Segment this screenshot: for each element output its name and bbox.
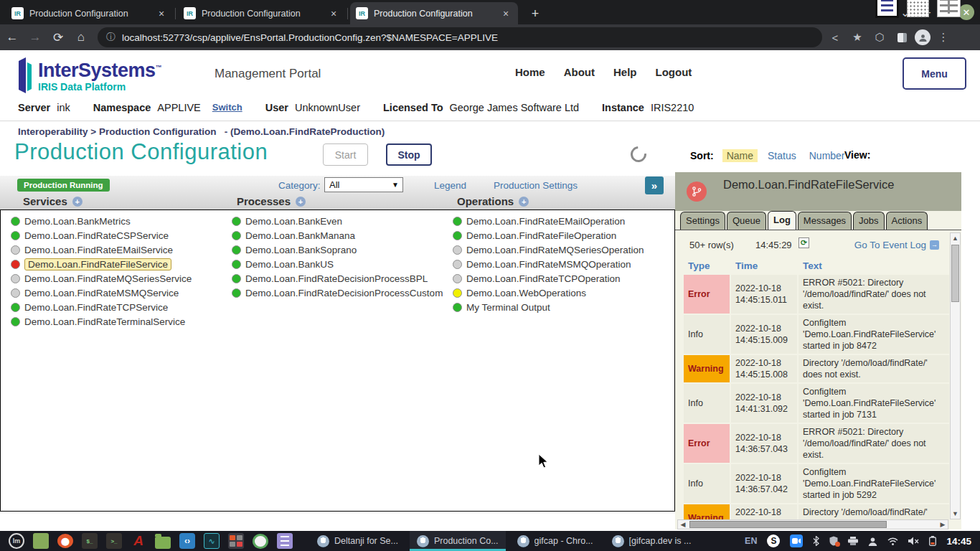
scroll-down-icon[interactable]: ▼	[951, 509, 960, 519]
production-item[interactable]: Demo.Loan.FindRateTerminalService	[11, 314, 192, 329]
taskbar-clock[interactable]: 14:45	[946, 536, 971, 547]
production-item[interactable]: Demo.Loan.BankSoprano	[232, 242, 443, 257]
production-item[interactable]: Demo.Loan.FindRateDecisionProcessBPL	[232, 271, 443, 286]
production-item[interactable]: Demo.Loan.FindRateEMailOperation	[453, 214, 644, 228]
app-red-icon[interactable]: A	[131, 533, 146, 549]
bookmark-star-icon[interactable]: ★	[848, 28, 867, 47]
browser-tab[interactable]: IRProduction Configuration×	[350, 2, 518, 24]
tab-close-icon[interactable]: ×	[499, 7, 512, 20]
production-item[interactable]: Demo.Loan.BankUS	[232, 257, 443, 271]
production-item[interactable]: Demo.Loan.FindRateDecisionProcessCustom	[232, 286, 443, 300]
forward-icon[interactable]: →	[24, 27, 46, 48]
add-service-icon[interactable]: +	[72, 197, 83, 207]
taskbar-window-button[interactable]: gifcap - Chro...	[510, 531, 600, 551]
production-item[interactable]: Demo.Loan.FindRateMSMQService	[11, 286, 192, 300]
printer-icon[interactable]	[848, 537, 858, 545]
production-item[interactable]: Demo.Loan.FindRateMQSeriesService	[11, 271, 192, 286]
panel-tab-log[interactable]: Log	[768, 211, 796, 230]
browser-tab[interactable]: IRProduction Configuration×	[178, 2, 346, 24]
production-settings-link[interactable]: Production Settings	[494, 180, 578, 191]
log-row[interactable]: Warning2022-10-18 14:45:15.008Directory …	[684, 355, 949, 382]
taskbar-window-button[interactable]: Deltanji for Se...	[310, 531, 405, 551]
panel-tab-settings[interactable]: Settings	[680, 212, 725, 230]
address-bar[interactable]: ⓘ localhost:52773/csp/applive/EnsPortal.…	[98, 27, 822, 47]
production-item[interactable]: Demo.Loan.BankManana	[232, 228, 443, 242]
log-row[interactable]: Error2022-10-18 14:45:15.011ERROR #5021:…	[684, 275, 949, 314]
back-icon[interactable]: ←	[1, 27, 23, 48]
go-to-event-log-link[interactable]: Go To Event Log	[854, 240, 926, 250]
window-close-icon[interactable]: ✕	[958, 4, 974, 20]
scroll-left-icon[interactable]: ◀	[678, 521, 688, 528]
notes-icon[interactable]	[277, 533, 293, 549]
production-item[interactable]: Demo.Loan.FindRateMQSeriesOperation	[453, 242, 644, 257]
clock-app-icon[interactable]	[253, 534, 268, 549]
new-tab-button[interactable]: +	[527, 5, 544, 22]
production-item[interactable]: My Terminal Output	[453, 300, 644, 314]
auto-refresh-icon[interactable]: ⟳	[798, 237, 809, 248]
legend-link[interactable]: Legend	[434, 180, 466, 191]
profile-avatar[interactable]	[915, 29, 930, 45]
wifi-icon[interactable]	[887, 537, 898, 545]
production-item[interactable]: Demo.Loan.FindRateFileService	[11, 257, 192, 271]
start-button[interactable]: Start	[323, 143, 368, 166]
production-item[interactable]: Demo.Loan.BankEven	[232, 214, 443, 228]
production-item[interactable]: Demo.Loan.FindRateFileOperation	[453, 228, 644, 242]
share-icon[interactable]: <	[826, 28, 844, 47]
log-col-type[interactable]: Type	[684, 259, 730, 273]
view-grid-icon[interactable]	[907, 0, 929, 17]
sort-option-status[interactable]: Status	[768, 150, 796, 161]
terminal-icon[interactable]: $_	[82, 533, 98, 549]
production-item[interactable]: Demo.Loan.FindRateMSMQOperation	[453, 257, 644, 271]
keyboard-layout-indicator[interactable]: EN	[745, 536, 757, 546]
taskbar-window-button[interactable]: [gifcap.dev is ...	[605, 531, 699, 551]
calculator-icon[interactable]	[228, 533, 244, 549]
sort-option-number[interactable]: Number	[809, 150, 845, 161]
site-info-icon[interactable]: ⓘ	[106, 31, 116, 44]
switch-link[interactable]: Switch	[212, 102, 242, 113]
view-rows-icon[interactable]	[875, 0, 899, 18]
production-item[interactable]: Demo.Loan.WebOperations	[453, 286, 644, 300]
horizontal-scroll-thumb[interactable]	[689, 521, 887, 528]
stop-button[interactable]: Stop	[386, 143, 432, 166]
file-manager-icon[interactable]	[33, 533, 49, 549]
panel-tab-jobs[interactable]: Jobs	[853, 212, 884, 230]
add-process-icon[interactable]: +	[296, 197, 306, 207]
log-row[interactable]: Info2022-10-18 14:45:15.009ConfigItem 'D…	[684, 315, 949, 354]
expand-panel-button[interactable]: »	[645, 176, 664, 194]
volume-muted-icon[interactable]	[908, 537, 919, 545]
horizontal-scrollbar[interactable]: ◀ ▶	[677, 519, 948, 529]
mint-menu-icon[interactable]: lm	[9, 533, 24, 549]
reload-icon[interactable]: ⟳	[47, 27, 69, 48]
nav-link-help[interactable]: Help	[613, 66, 637, 78]
nav-link-home[interactable]: Home	[515, 66, 545, 78]
folder-icon[interactable]	[155, 537, 171, 549]
bluetooth-icon[interactable]	[813, 536, 819, 546]
tab-close-icon[interactable]: ×	[155, 7, 168, 20]
production-item[interactable]: Demo.Loan.BankMetrics	[11, 214, 192, 228]
panel-tab-actions[interactable]: Actions	[886, 212, 928, 230]
url-text[interactable]: localhost:52773/csp/applive/EnsPortal.Pr…	[122, 32, 498, 43]
vertical-scroll-thumb[interactable]	[951, 245, 959, 302]
terminal-alt-icon[interactable]: >_	[106, 533, 122, 549]
vertical-scrollbar[interactable]: ▲ ▼	[950, 232, 961, 519]
update-manager-icon[interactable]: ⬤	[57, 534, 73, 548]
sort-option-name[interactable]: Name	[722, 149, 758, 162]
user-icon[interactable]	[868, 537, 877, 546]
menu-button[interactable]: Menu	[903, 57, 966, 90]
production-item[interactable]: Demo.Loan.FindRateTCPOperation	[453, 271, 644, 286]
log-row[interactable]: Info2022-10-18 14:41:31.092ConfigItem 'D…	[684, 384, 949, 423]
log-row[interactable]: Info2022-10-18 14:36:57.042ConfigItem 'D…	[684, 464, 949, 503]
browser-tab[interactable]: IRProduction Configuration×	[6, 2, 174, 24]
breadcrumb-interoperability[interactable]: Interoperability	[18, 126, 88, 137]
log-col-text[interactable]: Text	[798, 259, 949, 273]
taskbar-window-button[interactable]: Production Co...	[410, 531, 506, 551]
production-item[interactable]: Demo.Loan.FindRateEMailService	[11, 242, 192, 257]
view-split-icon[interactable]	[937, 0, 961, 17]
scroll-right-icon[interactable]: ▶	[938, 521, 948, 528]
external-link-icon[interactable]: →	[930, 240, 939, 250]
nav-link-logout[interactable]: Logout	[656, 66, 692, 78]
category-select[interactable]: All ▼	[324, 177, 403, 192]
tab-close-icon[interactable]: ×	[327, 7, 340, 20]
panel-tab-queue[interactable]: Queue	[727, 212, 766, 230]
security-shield-icon[interactable]	[829, 536, 838, 546]
